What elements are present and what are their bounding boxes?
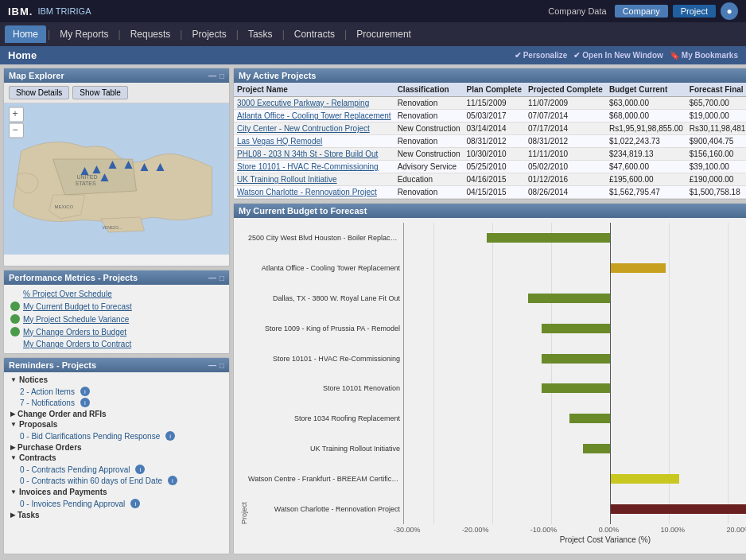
reminders-minimize-btn[interactable]: — (208, 361, 216, 370)
reminder-info-icon: i (130, 499, 140, 508)
arrow-down-icon: ▼ (10, 421, 17, 428)
project-name-cell[interactable]: City Center - New Contruction Project (234, 122, 394, 135)
company-button[interactable]: Company (615, 5, 668, 18)
map-minimize-btn[interactable]: — (208, 72, 216, 80)
chart-bar-row (404, 411, 746, 426)
metric-label[interactable]: My Change Orders to Budget (23, 328, 126, 336)
map-explorer-panel: Map Explorer — □ Show Details Show Table… (3, 68, 230, 266)
arrow-right-icon: ▶ (10, 410, 15, 418)
reminder-item-link[interactable]: 0 - Contracts within 60 days of End Date (20, 476, 162, 485)
my-bookmarks-link[interactable]: 🔖 My Bookmarks (670, 51, 738, 60)
show-details-button[interactable]: Show Details (9, 86, 69, 99)
chart-bars (403, 223, 746, 524)
table-header-budget-current: Budget Current (606, 83, 686, 97)
nav-item-contracts[interactable]: Contracts (286, 25, 343, 43)
user-icon[interactable]: ● (721, 2, 738, 20)
open-new-window-link[interactable]: ✔ Open In New Window (573, 51, 663, 60)
nav-item-requests[interactable]: Requests (122, 25, 179, 43)
project-name-cell[interactable]: PHL08 - 203 N 34th St - Store Build Out (234, 148, 394, 161)
reminder-toggle[interactable]: ▶ Tasks (10, 511, 223, 519)
reminder-item-link[interactable]: 0 - Bid Clarifications Pending Response (20, 432, 160, 441)
reminder-item-link[interactable]: 2 - Action Items (20, 387, 75, 396)
nav-item-tasks[interactable]: Tasks (240, 25, 281, 43)
reminder-item-link[interactable]: 0 - Contracts Pending Approval (20, 465, 130, 474)
nav-separator: | (282, 29, 285, 40)
reminders-expand-btn[interactable]: □ (220, 361, 224, 370)
reminder-toggle[interactable]: ▶ Change Order and RFIs (10, 410, 223, 418)
project-name-cell[interactable]: Las Vegas HQ Remodel (234, 135, 394, 148)
chart-bar-row (404, 231, 746, 245)
nav-item-home[interactable]: Home (5, 25, 46, 43)
nav-item-my-reports[interactable]: My Reports (52, 25, 116, 43)
table-cell: 03/14/2014 (464, 122, 525, 135)
budget-content: Project 2500 City West Blvd Houston - Bo… (234, 218, 746, 549)
table-row: Atlanta Office - Cooling Tower Replaceme… (234, 110, 746, 122)
project-name-cell[interactable]: Store 10101 - HVAC Re-Commissioning (234, 161, 394, 173)
reminder-sub: 0 - Bid Clarifications Pending Responsei (10, 430, 223, 441)
project-name-cell[interactable]: 3000 Executive Parkway - Relamping (234, 97, 394, 110)
chart-main: Project 2500 City West Blvd Houston - Bo… (239, 223, 746, 524)
metrics-minimize-btn[interactable]: — (208, 274, 216, 282)
reminder-toggle[interactable]: ▼ Contracts (10, 453, 223, 462)
personalize-link[interactable]: ✔ Personalize (515, 51, 568, 60)
table-cell: $63,000.00 (606, 97, 686, 110)
chart-x-tick: -10.00% (530, 526, 558, 534)
nav-item-projects[interactable]: Projects (184, 25, 234, 43)
project-button[interactable]: Project (673, 5, 716, 18)
metric-item[interactable]: My Current Budget to Forecast (10, 300, 223, 313)
metric-label[interactable]: My Project Schedule Variance (23, 315, 129, 324)
table-cell: 05/25/2010 (464, 161, 525, 173)
reminder-info-icon: i (165, 431, 175, 441)
reminder-section-label: Invoices and Payments (19, 488, 107, 496)
nav-separator: | (344, 29, 347, 40)
performance-metrics-header: Performance Metrics - Projects — □ (4, 270, 229, 285)
chart-bar-row (404, 261, 746, 275)
metric-check-icon (10, 314, 20, 324)
table-cell: 08/31/2012 (525, 135, 606, 148)
chart-x-tick: -30.00% (394, 526, 421, 534)
project-name-cell[interactable]: UK Training Rollout Initiative (234, 173, 394, 186)
reminder-section: ▶ Purchase Orders (10, 443, 223, 452)
table-cell: Renovation (394, 135, 464, 148)
reminder-toggle[interactable]: ▶ Purchase Orders (10, 443, 223, 452)
show-table-button[interactable]: Show Table (72, 86, 128, 99)
table-header-plan-complete: Plan Complete (464, 83, 525, 97)
chart-bar-row (404, 321, 746, 336)
reminder-section-label: Purchase Orders (17, 443, 82, 452)
table-cell: Education (394, 173, 464, 186)
metric-item[interactable]: My Change Orders to Budget (10, 325, 223, 338)
chart-area: Project 2500 City West Blvd Houston - Bo… (239, 223, 746, 544)
table-cell: $1,562,795.47 (606, 186, 686, 199)
table-cell: 07/07/2014 (525, 110, 606, 122)
budget-title: My Current Budget to Forecast (239, 206, 746, 216)
table-cell: 05/02/2010 (525, 161, 606, 173)
metrics-expand-btn[interactable]: □ (220, 274, 224, 282)
reminder-toggle[interactable]: ▼ Notices (10, 375, 223, 384)
chart-y-label: Watson Centre - Frankfurt - BREEAM Certi… (248, 475, 400, 483)
reminder-toggle[interactable]: ▼ Invoices and Payments (10, 488, 223, 496)
table-row: Watson Charlotte - Rennovation ProjectRe… (234, 186, 746, 199)
metric-item[interactable]: My Change Orders to Contract (10, 338, 223, 350)
svg-text:STATES: STATES (76, 181, 97, 186)
metric-label[interactable]: % Project Over Schedule (23, 290, 112, 298)
metric-label[interactable]: My Change Orders to Contract (23, 340, 131, 348)
chart-y-label: Store 1034 Roofing Replacement (248, 414, 400, 422)
reminder-item-link[interactable]: 0 - Invoices Pending Approval (20, 500, 125, 508)
chart-y-label: Atlanta Office - Cooling Tower Replaceme… (248, 264, 400, 272)
table-cell: 11/11/2010 (525, 148, 606, 161)
reminder-item-link[interactable]: 7 - Notifications (20, 399, 75, 407)
table-cell: Renovation (394, 186, 464, 199)
metric-item[interactable]: My Project Schedule Variance (10, 313, 223, 325)
reminder-toggle[interactable]: ▼ Proposals (10, 420, 223, 429)
table-cell: 04/16/2015 (464, 173, 525, 186)
nav-item-procurement[interactable]: Procurement (348, 25, 419, 43)
metric-item[interactable]: % Project Over Schedule (10, 288, 223, 300)
table-cell: New Construction (394, 122, 464, 135)
metric-label[interactable]: My Current Budget to Forecast (23, 302, 132, 311)
project-name-cell[interactable]: Atlanta Office - Cooling Tower Replaceme… (234, 110, 394, 122)
reminder-section: ▼ Contracts0 - Contracts Pending Approva… (10, 453, 223, 486)
map-area: UNITED STATES MEXICO VENEZO... (4, 103, 229, 255)
project-name-cell[interactable]: Watson Charlotte - Rennovation Project (234, 186, 394, 199)
map-explorer-header: Map Explorer — □ (4, 68, 229, 83)
map-expand-btn[interactable]: □ (220, 72, 224, 80)
